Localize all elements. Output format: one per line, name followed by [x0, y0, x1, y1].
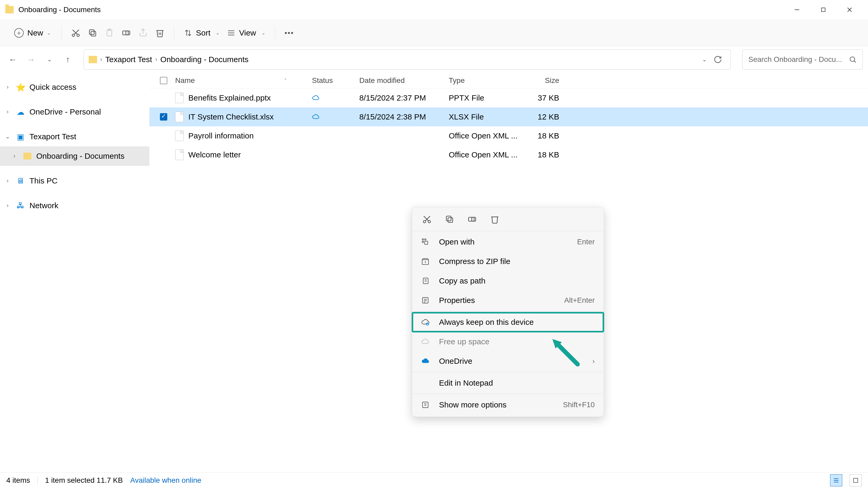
breadcrumb-root[interactable]: Texaport Test: [105, 55, 152, 64]
view-button[interactable]: View ⌄: [223, 26, 269, 40]
file-icon: [175, 112, 184, 122]
sort-button[interactable]: Sort ⌄: [180, 26, 223, 40]
status-cell: [312, 113, 359, 121]
status-item-count: 4 items: [6, 476, 30, 485]
table-row[interactable]: Welcome letter Office Open XML ... 18 KB: [149, 145, 868, 164]
svg-point-32: [422, 239, 424, 240]
folder-icon: [89, 56, 97, 63]
col-name[interactable]: Name ˄: [160, 76, 312, 85]
size-cell: 18 KB: [520, 150, 564, 159]
delete-button[interactable]: [152, 25, 168, 41]
file-name: Benefits Explained.pptx: [188, 93, 271, 103]
col-size[interactable]: Size: [520, 76, 564, 85]
sidebar-item-onedrive-personal[interactable]: ›☁OneDrive - Personal: [0, 102, 149, 122]
sidebar: ›⭐Quick access ›☁OneDrive - Personal ⌄▣T…: [0, 73, 149, 462]
column-headers: Name ˄ Status Date modified Type Size: [149, 73, 868, 88]
ctx-show-more[interactable]: Show more options Shift+F10: [412, 395, 603, 414]
sidebar-item-this-pc[interactable]: ›🖥This PC: [0, 171, 149, 191]
chevron-right-icon: ›: [592, 357, 595, 365]
svg-rect-12: [123, 31, 128, 35]
sidebar-item-texaport[interactable]: ⌄▣Texaport Test: [0, 127, 149, 146]
col-status[interactable]: Status: [312, 76, 359, 85]
breadcrumb-current[interactable]: Onboarding - Documents: [160, 55, 249, 64]
ctx-onedrive[interactable]: OneDrive ›: [412, 351, 603, 371]
col-type[interactable]: Type: [449, 76, 520, 85]
more-button[interactable]: •••: [281, 25, 298, 41]
svg-rect-31: [472, 218, 476, 221]
row-checkbox[interactable]: [160, 113, 167, 120]
context-menu: Open with Enter Compress to ZIP file Cop…: [412, 207, 604, 417]
file-icon: [175, 93, 184, 103]
ctx-compress-zip[interactable]: Compress to ZIP file: [412, 252, 603, 271]
type-cell: Office Open XML ...: [449, 150, 520, 159]
rename-button[interactable]: [118, 25, 135, 41]
view-details-button[interactable]: [830, 474, 842, 486]
status-bar: 4 items 1 item selected 11.7 KB Availabl…: [0, 472, 868, 488]
close-button[interactable]: [836, 2, 863, 18]
ctx-delete-icon[interactable]: [489, 213, 500, 225]
ctx-free-up-space: Free up space: [412, 332, 603, 351]
window-controls: [784, 2, 863, 18]
sort-asc-icon: ˄: [284, 78, 287, 83]
file-name: Welcome letter: [188, 150, 241, 159]
ctx-edit-notepad[interactable]: Edit in Notepad: [412, 373, 603, 393]
table-row[interactable]: Benefits Explained.pptx 8/15/2024 2:37 P…: [149, 88, 868, 107]
svg-point-34: [422, 241, 424, 242]
select-all-checkbox[interactable]: [160, 77, 167, 84]
window-title: Onboarding - Documents: [19, 5, 101, 14]
table-row[interactable]: IT System Checklist.xlsx 8/15/2024 2:38 …: [149, 107, 868, 126]
search-icon: [849, 56, 857, 63]
svg-rect-38: [423, 278, 428, 284]
chevron-down-icon[interactable]: ⌄: [702, 56, 707, 63]
sidebar-item-onboarding[interactable]: › Onboarding - Documents: [0, 146, 149, 166]
ctx-cut-icon[interactable]: [421, 213, 433, 225]
svg-rect-29: [446, 216, 451, 221]
paste-button[interactable]: [101, 25, 118, 41]
maximize-button[interactable]: [810, 2, 836, 18]
svg-line-23: [854, 61, 856, 62]
ctx-rename-icon[interactable]: [466, 213, 478, 225]
file-icon: [175, 131, 184, 141]
nav-recent[interactable]: ⌄: [42, 52, 57, 67]
nav-forward[interactable]: →: [24, 52, 38, 67]
status-selection: 1 item selected 11.7 KB: [45, 476, 123, 485]
cut-button[interactable]: [67, 25, 84, 41]
file-name: Payroll information: [188, 131, 254, 140]
size-cell: 12 KB: [520, 112, 564, 121]
svg-rect-1: [822, 8, 825, 11]
status-availability: Available when online: [130, 476, 201, 485]
svg-rect-30: [469, 218, 474, 221]
col-date[interactable]: Date modified: [359, 76, 449, 85]
type-cell: PPTX File: [449, 93, 520, 103]
svg-rect-13: [126, 31, 130, 35]
table-row[interactable]: Payroll information Office Open XML ... …: [149, 126, 868, 145]
minimize-button[interactable]: [784, 2, 810, 18]
copy-button[interactable]: [84, 25, 101, 41]
refresh-button[interactable]: [710, 52, 726, 67]
sidebar-item-quick-access[interactable]: ›⭐Quick access: [0, 77, 149, 97]
date-cell: 8/15/2024 2:37 PM: [359, 93, 449, 103]
sidebar-item-network[interactable]: ›🖧Network: [0, 196, 149, 215]
ctx-copy-icon[interactable]: [444, 213, 455, 225]
svg-rect-9: [89, 30, 94, 34]
file-list: Name ˄ Status Date modified Type Size Be…: [149, 73, 868, 462]
title-bar: Onboarding - Documents: [0, 0, 868, 20]
address-bar[interactable]: › Texaport Test › Onboarding - Documents…: [84, 50, 731, 69]
ctx-always-keep[interactable]: Always keep on this device: [412, 312, 603, 332]
new-button[interactable]: ＋ New ⌄: [9, 26, 56, 40]
ctx-open-with[interactable]: Open with Enter: [412, 232, 603, 252]
type-cell: Office Open XML ...: [449, 131, 520, 140]
view-thumbnails-button[interactable]: [849, 474, 862, 486]
svg-rect-35: [425, 241, 428, 244]
nav-back[interactable]: ←: [5, 52, 20, 67]
svg-point-33: [425, 239, 426, 240]
ctx-properties[interactable]: Properties Alt+Enter: [412, 291, 603, 310]
ctx-copy-path[interactable]: Copy as path: [412, 271, 603, 291]
svg-rect-46: [423, 402, 428, 407]
type-cell: XLSX File: [449, 112, 520, 121]
status-cell: [312, 94, 359, 102]
svg-rect-28: [448, 218, 453, 223]
nav-up[interactable]: ↑: [61, 52, 75, 67]
search-input[interactable]: Search Onboarding - Docu...: [742, 50, 863, 69]
share-button[interactable]: [135, 25, 152, 41]
